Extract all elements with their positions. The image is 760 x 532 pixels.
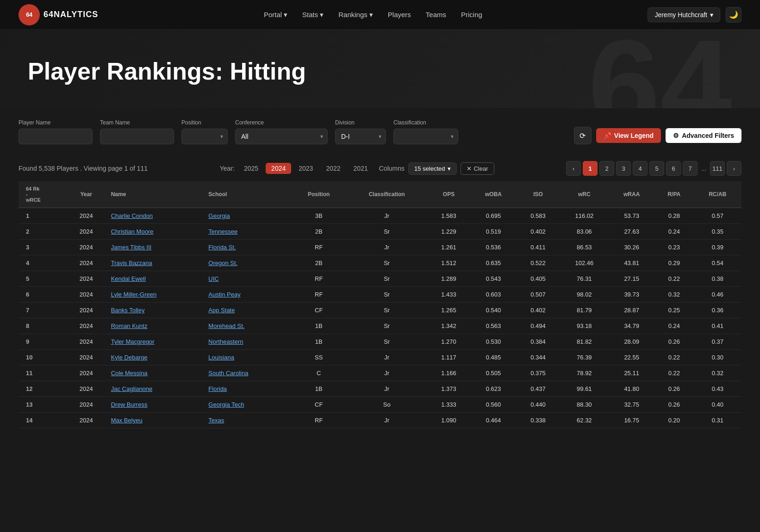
page-5-button[interactable]: 5	[649, 161, 664, 176]
cell-wrc: 76.39	[560, 350, 609, 365]
cell-wrc: 78.92	[560, 365, 609, 381]
position-filter: Position 1B 2B 3B SS C RF CF LF	[181, 119, 228, 144]
page-2-button[interactable]: 2	[599, 161, 614, 176]
page-4-button[interactable]: 4	[633, 161, 648, 176]
school-link[interactable]: Oregon St.	[208, 260, 237, 266]
cell-year: 2024	[66, 381, 106, 397]
logo[interactable]: 64 64NALYTICS	[19, 4, 98, 25]
dark-mode-toggle[interactable]: 🌙	[726, 7, 741, 23]
table-row: 13 2024 Drew Burress Georgia Tech CF So …	[19, 397, 741, 413]
cell-wrc: 99.61	[560, 381, 609, 397]
next-page-button[interactable]: ›	[727, 161, 741, 176]
school-link[interactable]: Texas	[208, 417, 224, 424]
cell-iso: 0.375	[517, 365, 560, 381]
cell-rcab: 0.30	[694, 350, 741, 365]
school-link[interactable]: Georgia	[208, 212, 230, 219]
columns-select-button[interactable]: 15 selected ▾	[408, 162, 457, 175]
nav-pricing[interactable]: Pricing	[461, 11, 482, 19]
page-last-button[interactable]: 111	[710, 161, 725, 176]
cell-name: Banks Tolley	[106, 303, 204, 318]
classification-select[interactable]: Fr So Jr Sr	[393, 129, 458, 144]
conference-select[interactable]: All ACC SEC Big 12 Pac-12 Big Ten	[235, 129, 328, 144]
cell-woba: 0.530	[470, 334, 517, 350]
player-name-input[interactable]	[19, 129, 93, 144]
player-link[interactable]: Max Belyeu	[111, 417, 143, 424]
player-link[interactable]: Christian Moore	[111, 228, 154, 235]
user-menu-button[interactable]: Jeremy Hutchcraft ▾	[648, 7, 720, 22]
player-link[interactable]: James Tibbs III	[111, 244, 151, 251]
cell-iso: 0.507	[517, 287, 560, 303]
player-link[interactable]: Charlie Condon	[111, 212, 153, 219]
page-1-button[interactable]: 1	[583, 161, 598, 176]
cell-year: 2024	[66, 287, 106, 303]
view-legend-button[interactable]: 📌 View Legend	[596, 128, 661, 143]
nav-links: Portal ▾ Stats ▾ Rankings ▾ Players Team…	[264, 11, 482, 19]
nav-teams[interactable]: Teams	[426, 11, 446, 19]
nav-stats[interactable]: Stats ▾	[302, 11, 324, 19]
school-link[interactable]: South Carolina	[208, 370, 248, 377]
page-6-button[interactable]: 6	[666, 161, 681, 176]
player-link[interactable]: Banks Tolley	[111, 307, 145, 314]
player-link[interactable]: Lyle Miller-Green	[111, 291, 157, 298]
table-row: 3 2024 James Tibbs III Florida St. RF Jr…	[19, 240, 741, 255]
team-name-input[interactable]	[100, 129, 174, 144]
col-wrc: wRC	[560, 181, 609, 208]
player-link[interactable]: Kyle Debarge	[111, 354, 148, 361]
position-select[interactable]: 1B 2B 3B SS C RF CF LF	[181, 129, 228, 144]
cell-rpa: 0.22	[654, 271, 694, 287]
cell-rpa: 0.29	[654, 255, 694, 271]
player-link[interactable]: Roman Kuntz	[111, 322, 148, 329]
year-tab-2022[interactable]: 2022	[320, 163, 346, 174]
school-link[interactable]: Northeastern	[208, 338, 243, 345]
advanced-filters-button[interactable]: ⚙ Advanced Filters	[666, 128, 741, 143]
year-tab-2023[interactable]: 2023	[293, 163, 318, 174]
cell-woba: 0.560	[470, 397, 517, 413]
year-tab-2021[interactable]: 2021	[348, 163, 374, 174]
player-link[interactable]: Cole Messina	[111, 370, 148, 377]
cell-name: Max Belyeu	[106, 413, 204, 428]
school-link[interactable]: Austin Peay	[208, 291, 240, 298]
table-row: 12 2024 Jac Caglianone Florida 1B Jr 1.3…	[19, 381, 741, 397]
school-link[interactable]: Florida	[208, 385, 227, 392]
school-link[interactable]: Tennessee	[208, 228, 237, 235]
page-3-button[interactable]: 3	[616, 161, 631, 176]
player-link[interactable]: Jac Caglianone	[111, 385, 153, 392]
school-link[interactable]: UIC	[208, 275, 218, 282]
cell-position: 2B	[291, 255, 347, 271]
cell-woba: 0.485	[470, 350, 517, 365]
page-7-button[interactable]: 7	[683, 161, 698, 176]
player-link[interactable]: Tyler Macgregor	[111, 338, 155, 345]
clear-button[interactable]: ✕ Clear	[461, 162, 494, 175]
school-link[interactable]: Louisiana	[208, 354, 234, 361]
cell-school: South Carolina	[204, 365, 291, 381]
school-link[interactable]: Morehead St.	[208, 322, 244, 329]
cell-wrc: 116.02	[560, 208, 609, 224]
cell-ops: 1.265	[427, 303, 470, 318]
cell-wraa: 39.73	[609, 287, 654, 303]
nav-rankings[interactable]: Rankings ▾	[338, 11, 373, 19]
player-link[interactable]: Kendal Ewell	[111, 275, 146, 282]
prev-page-button[interactable]: ‹	[566, 161, 581, 176]
school-link[interactable]: Florida St.	[208, 244, 236, 251]
nav-players[interactable]: Players	[388, 11, 411, 19]
division-select[interactable]: D-I D-II D-III NAIA	[335, 129, 386, 144]
player-link[interactable]: Drew Burress	[111, 401, 148, 408]
cell-rank: 6	[19, 287, 66, 303]
navigation: 64 64NALYTICS Portal ▾ Stats ▾ Rankings …	[0, 0, 760, 30]
cell-name: Cole Messina	[106, 365, 204, 381]
cell-rcab: 0.36	[694, 303, 741, 318]
cell-wrc: 83.06	[560, 224, 609, 240]
player-link[interactable]: Travis Bazzana	[111, 260, 152, 266]
refresh-button[interactable]: ⟳	[574, 127, 592, 144]
year-tab-2024[interactable]: 2024	[266, 163, 291, 174]
cell-wrc: 62.32	[560, 413, 609, 428]
cell-wrc: 98.02	[560, 287, 609, 303]
cell-school: Morehead St.	[204, 318, 291, 334]
position-label: Position	[181, 119, 228, 126]
nav-portal[interactable]: Portal ▾	[264, 11, 287, 19]
school-link[interactable]: Georgia Tech	[208, 401, 244, 408]
cell-year: 2024	[66, 365, 106, 381]
year-tab-2025[interactable]: 2025	[238, 163, 264, 174]
school-link[interactable]: App State	[208, 307, 235, 314]
cell-rcab: 0.54	[694, 255, 741, 271]
